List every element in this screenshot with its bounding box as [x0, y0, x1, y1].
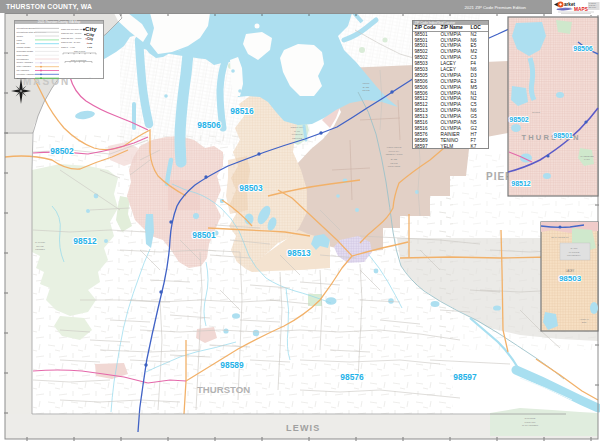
svg-text:98516: 98516 [230, 106, 254, 116]
svg-text:98502: 98502 [50, 146, 74, 156]
svg-text:State Highways: State Highways [17, 65, 31, 67]
svg-text:©MarketMAPS: ©MarketMAPS [89, 76, 102, 78]
svg-text:Class 5,000 - 24,999: Class 5,000 - 24,999 [61, 41, 81, 44]
svg-text:98597: 98597 [453, 372, 477, 382]
svg-text:ST MARTINS PK: ST MARTINS PK [551, 236, 569, 238]
svg-text:98501: 98501 [192, 230, 216, 240]
svg-text:Primary Roads: Primary Roads [17, 46, 31, 48]
svg-text:NATL FOREST: NATL FOREST [522, 424, 539, 427]
svg-text:SAINT: SAINT [571, 247, 578, 249]
svg-text:98503: 98503 [239, 183, 263, 193]
svg-text:98506: 98506 [197, 120, 221, 130]
svg-text:STN: STN [582, 321, 587, 323]
svg-text:County: County [17, 34, 25, 36]
svg-text:Toll Roads: Toll Roads [17, 76, 27, 78]
svg-text:RESERVATION: RESERVATION [386, 153, 403, 156]
svg-text:Class 100,000 and Above: Class 100,000 and Above [61, 27, 86, 30]
svg-text:Scale in Miles: Scale in Miles [74, 50, 85, 52]
svg-text:Secondary Roads: Secondary Roads [17, 50, 34, 52]
svg-text:City: City [89, 46, 94, 48]
svg-text:Scale in Kilometers: Scale in Kilometers [71, 58, 86, 60]
svg-text:Parks: Parks [17, 38, 22, 40]
svg-text:98576: 98576 [340, 372, 364, 382]
svg-text:AMTRAK: AMTRAK [579, 318, 589, 320]
svg-text:98512: 98512 [511, 180, 531, 187]
svg-text:US Highways: US Highways [17, 69, 29, 71]
svg-text:Olympia: Olympia [532, 111, 541, 113]
svg-text:MARTIN'S: MARTIN'S [569, 251, 580, 253]
svg-text:98506: 98506 [573, 45, 593, 52]
svg-text:REFUGE: REFUGE [292, 137, 302, 140]
svg-text:98513: 98513 [287, 248, 311, 258]
svg-text:WATERSHED: WATERSHED [580, 155, 594, 157]
svg-text:Class 50,000 - 99,999: Class 50,000 - 99,999 [61, 32, 82, 35]
svg-text:UNIVERSITY: UNIVERSITY [567, 254, 581, 256]
svg-text:Interchanges: Interchanges [17, 57, 29, 59]
svg-text:98512: 98512 [73, 236, 97, 246]
svg-text:County Highways: County Highways [17, 61, 33, 63]
svg-text:LEWIS: LEWIS [286, 423, 321, 433]
svg-text:Class 1 - 4,999: Class 1 - 4,999 [61, 45, 76, 48]
svg-text:MAPS: MAPS [574, 7, 589, 12]
svg-text:PARK: PARK [584, 158, 590, 160]
svg-text:MCCHORD: MCCHORD [388, 165, 401, 168]
svg-text:City: City [87, 36, 93, 40]
svg-text:LACEY: LACEY [566, 269, 575, 273]
svg-text:Minor Roads: Minor Roads [17, 53, 29, 55]
svg-text:Class 25,000 - 49,999: Class 25,000 - 49,999 [61, 36, 82, 39]
svg-text:98589: 98589 [220, 360, 244, 370]
svg-text:98501: 98501 [553, 132, 573, 139]
svg-text:FOREST: FOREST [35, 248, 45, 251]
svg-text:Interstate Highways: Interstate Highways [17, 72, 35, 74]
svg-text:98502: 98502 [509, 116, 529, 123]
svg-text:ZIP Code: ZIP Code [17, 42, 27, 44]
svg-text:98503: 98503 [559, 274, 582, 283]
svg-text:LEWIS: LEWIS [362, 89, 370, 92]
svg-text:THURSTON: THURSTON [197, 384, 250, 395]
svg-text:City: City [88, 42, 93, 44]
svg-text:Est. 1986: Est. 1986 [589, 6, 596, 8]
